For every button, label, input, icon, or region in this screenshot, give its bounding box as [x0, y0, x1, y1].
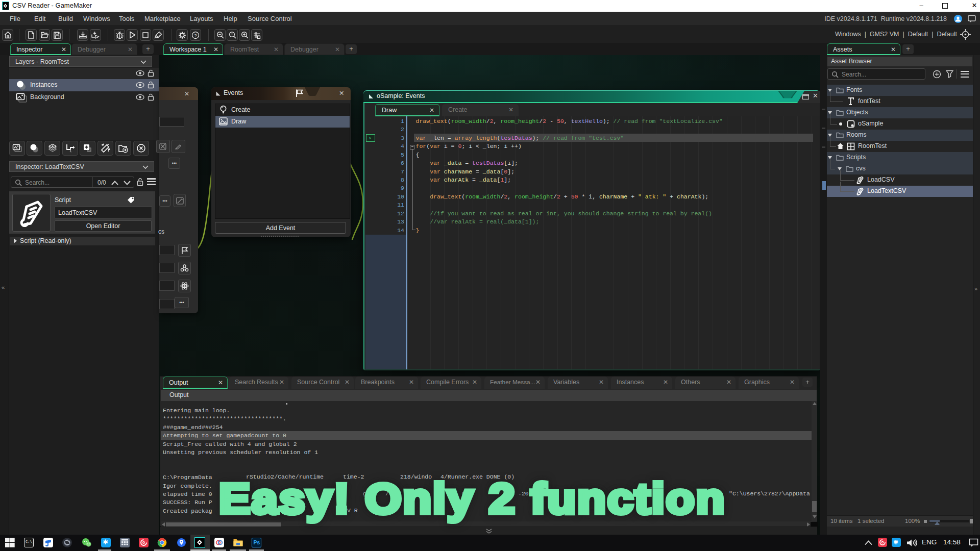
svg-text:?: ? — [194, 33, 197, 38]
